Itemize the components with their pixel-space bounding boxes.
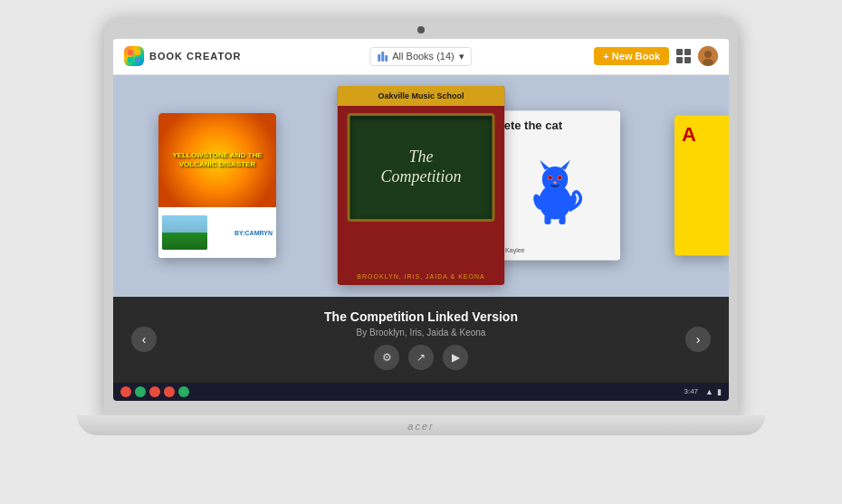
svg-point-5 (704, 51, 712, 58)
user-avatar[interactable] (698, 46, 718, 66)
grid-view-button[interactable] (676, 49, 691, 63)
header-center: All Books (14) ▾ (369, 47, 472, 66)
featured-book-title: The Competition Linked Version (324, 309, 518, 324)
wifi-icon: ▲ (705, 387, 713, 396)
header-logo: BOOK CREATOR (124, 46, 241, 66)
book-yellow-partial[interactable]: A (675, 116, 729, 256)
taskbar-icon-1[interactable] (120, 386, 131, 397)
svg-marker-9 (540, 159, 550, 169)
dropdown-arrow: ▾ (459, 51, 464, 62)
book-pete[interactable]: Pete the cat (489, 111, 620, 261)
new-book-label: + New Book (603, 51, 660, 62)
taskbar-icon-4[interactable] (164, 386, 175, 397)
svg-point-15 (553, 181, 557, 184)
pete-cat-svg (523, 155, 587, 227)
svg-rect-16 (544, 214, 550, 224)
app-name-label: BOOK CREATOR (149, 51, 241, 62)
share-icon: ↗ (416, 351, 426, 364)
yellowstone-author: BY:CAMRYN (234, 230, 273, 236)
yellowstone-bottom: BY:CAMRYN (158, 207, 276, 258)
svg-rect-1 (135, 50, 140, 55)
laptop-screen-outer: BOOK CREATOR All Books (14) ▾ (104, 17, 738, 415)
svg-rect-0 (128, 50, 133, 55)
book-competition[interactable]: Oakville Music School TheCompetition BRO… (338, 86, 505, 285)
taskbar-icon-5[interactable] (178, 386, 189, 397)
pete-cat-area (496, 136, 613, 247)
book-actions: ⚙ ↗ ▶ (374, 345, 468, 370)
all-books-label: All Books (14) (392, 51, 454, 62)
carousel-prev-button[interactable]: ‹ (131, 327, 157, 352)
app-logo-icon (124, 46, 144, 66)
laptop-camera (417, 26, 425, 33)
play-icon: ▶ (452, 351, 460, 364)
competition-authors-label: BROOKLYN, IRIS, JAIDA & KEONA (357, 273, 484, 280)
laptop-wrapper: BOOK CREATOR All Books (14) ▾ (68, 17, 774, 488)
app-content: YELLOWSTONE AND THEVOLCANIC DISASTER BY:… (113, 75, 729, 401)
yellowstone-photo (162, 215, 207, 250)
laptop-base (77, 415, 765, 435)
new-book-button[interactable]: + New Book (594, 47, 669, 65)
competition-title-text: TheCompetition (380, 147, 461, 186)
featured-book-authors: By Brooklyn, Iris, Jaida & Keona (357, 328, 486, 338)
yellowstone-bg: YELLOWSTONE AND THEVOLCANIC DISASTER (158, 113, 276, 207)
all-books-button[interactable]: All Books (14) ▾ (369, 47, 472, 66)
header-right: + New Book (594, 46, 718, 66)
battery-icon: ▮ (717, 387, 722, 396)
svg-marker-10 (560, 159, 570, 169)
svg-point-14 (559, 176, 561, 179)
competition-cover: Oakville Music School TheCompetition BRO… (338, 86, 505, 285)
taskbar-time: 3:47 (684, 387, 699, 395)
share-button[interactable]: ↗ (408, 345, 434, 370)
pete-author-label: By Kaylee (496, 247, 613, 253)
yellowstone-cover: YELLOWSTONE AND THEVOLCANIC DISASTER BY:… (158, 113, 276, 258)
svg-point-8 (541, 166, 567, 191)
book-carousel: YELLOWSTONE AND THEVOLCANIC DISASTER BY:… (113, 75, 729, 297)
settings-icon: ⚙ (382, 351, 392, 364)
pete-title: Pete the cat (496, 119, 613, 132)
carousel-next-button[interactable]: › (685, 327, 711, 352)
book-yellowstone[interactable]: YELLOWSTONE AND THEVOLCANIC DISASTER BY:… (158, 113, 276, 258)
taskbar-icon-2[interactable] (135, 386, 146, 397)
settings-button[interactable]: ⚙ (374, 345, 399, 370)
competition-chalkboard: TheCompetition (348, 113, 495, 222)
svg-point-6 (703, 59, 713, 66)
play-button[interactable]: ▶ (443, 345, 468, 370)
bottom-panel: ‹ › The Competition Linked Version By Br… (113, 297, 729, 383)
taskbar: 3:47 ▲ ▮ (113, 383, 729, 401)
svg-rect-2 (128, 57, 133, 62)
competition-school-label: Oakville Music School (341, 91, 502, 100)
competition-banner: Oakville Music School (338, 86, 505, 106)
app-header: BOOK CREATOR All Books (14) ▾ (113, 39, 729, 75)
svg-rect-17 (559, 214, 565, 224)
laptop-screen-inner: BOOK CREATOR All Books (14) ▾ (113, 39, 729, 401)
bar-chart-icon (378, 52, 388, 62)
yellow-book-letter: A (675, 116, 729, 154)
yellowstone-title: YELLOWSTONE AND THEVOLCANIC DISASTER (168, 147, 265, 172)
competition-footer: BROOKLYN, IRIS, JAIDA & KEONA (349, 268, 492, 285)
svg-point-13 (549, 176, 551, 179)
svg-rect-3 (135, 57, 140, 62)
pete-cover: Pete the cat (489, 111, 620, 261)
taskbar-icon-3[interactable] (149, 386, 160, 397)
